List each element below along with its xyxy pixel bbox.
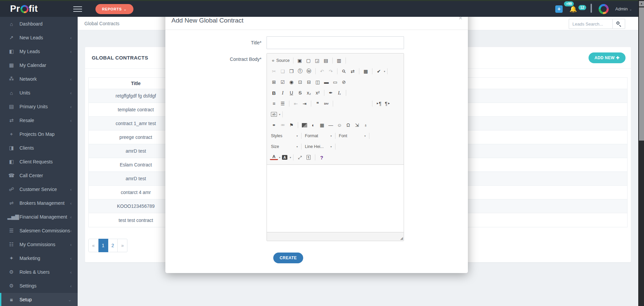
outdent-icon[interactable]: ⇤ [292, 100, 300, 108]
about-icon[interactable]: ? [318, 153, 326, 161]
align-justify-icon[interactable] [362, 100, 370, 108]
cut-icon[interactable]: ✂ [270, 67, 278, 75]
new-page-icon[interactable]: ▢ [305, 56, 313, 65]
paste-text-icon[interactable]: Ⓣ [296, 67, 304, 75]
bg-color-icon[interactable]: A [281, 153, 289, 161]
dropdown-caret-icon[interactable]: ▾ [384, 70, 385, 73]
select-all-icon[interactable]: ▩ [362, 67, 370, 75]
div-container-icon[interactable]: DIV [322, 100, 330, 108]
menu-toggle-icon[interactable] [73, 6, 82, 12]
pagination-next[interactable]: » [118, 239, 127, 252]
calendar-nav-icon[interactable] [591, 5, 592, 12]
copy-icon[interactable]: ❏ [279, 67, 287, 75]
link-icon[interactable]: ⚭ [270, 121, 278, 129]
select-field-icon[interactable]: ◫ [314, 78, 322, 86]
anchor-icon[interactable]: ⚑ [287, 121, 295, 129]
scroll-up-arrow-icon[interactable]: ▲ [639, 1, 644, 6]
source-label[interactable]: Source [276, 58, 290, 63]
bidi-ltr-icon[interactable]: ‣¶ [375, 100, 383, 108]
sidebar-item-my-calendar[interactable]: ▦My Calendar [0, 59, 78, 72]
text-color-icon[interactable]: A [270, 154, 278, 160]
underline-icon[interactable]: U [287, 89, 295, 97]
sidebar-item-clients[interactable]: ◨Clients [0, 141, 78, 155]
paste-icon[interactable]: ❒ [287, 67, 295, 75]
image-icon[interactable] [300, 121, 309, 129]
iframe-icon[interactable]: ♁ [362, 121, 370, 129]
leads-search-input[interactable] [569, 19, 612, 29]
redo-icon[interactable]: ↷ [327, 67, 335, 75]
editor-content-area[interactable] [267, 165, 404, 232]
sidebar-item-my-commissions[interactable]: ☷My Commissions‹ [0, 238, 78, 251]
subscript-icon[interactable]: x₂ [305, 89, 313, 97]
show-blocks-icon[interactable]: ¶ [305, 153, 313, 161]
blockquote-icon[interactable]: ❝ [314, 100, 322, 108]
image-button-icon[interactable]: ▭ [331, 78, 339, 86]
flash-icon[interactable]: ◐ [309, 121, 317, 129]
paste-word-icon[interactable]: Ⓦ [305, 67, 313, 75]
line-height-combo[interactable]: Line Hei...▾ [304, 144, 333, 149]
sidebar-item-projects-on-map[interactable]: ⌖Projects On Map [0, 127, 78, 141]
align-left-icon[interactable] [335, 100, 344, 108]
special-char-icon[interactable]: Ω [344, 121, 352, 129]
user-avatar[interactable] [599, 4, 609, 14]
leads-search-button[interactable] [612, 19, 625, 29]
align-right-icon[interactable] [353, 100, 361, 108]
source-icon[interactable]: ‹› [270, 56, 276, 65]
templates-icon[interactable]: ▥ [335, 56, 343, 65]
admin-menu[interactable]: Admin⌄ [615, 6, 632, 11]
strikethrough-icon[interactable]: S [296, 89, 304, 97]
preview-icon[interactable]: ◲ [313, 56, 321, 65]
format-combo[interactable]: Format▾ [304, 133, 333, 138]
font-combo[interactable]: Font▾ [337, 133, 367, 138]
checkbox-icon[interactable]: ☑ [279, 78, 287, 86]
table-icon[interactable]: ▦ [318, 121, 326, 129]
smiley-icon[interactable]: ☺ [335, 121, 344, 129]
sidebar-item-brokers-management[interactable]: ⇌Brokers Management‹ [0, 196, 78, 210]
reports-button[interactable]: REPORTS⌄ [95, 4, 133, 14]
page-break-icon[interactable]: ⇲ [353, 121, 361, 129]
sidebar-item-client-requests[interactable]: ◧Client Requests [0, 155, 78, 168]
align-center-icon[interactable] [344, 100, 352, 108]
create-button[interactable]: CREATE [273, 253, 303, 263]
pagination-page-1[interactable]: 1 [98, 239, 108, 252]
dropdown-caret-icon[interactable]: ▾ [279, 113, 280, 116]
notifications-bell-icon[interactable]: 🔔+99 [569, 5, 577, 13]
print-icon[interactable]: ▤ [322, 56, 330, 65]
pagination-page-2[interactable]: 2 [108, 239, 118, 252]
undo-icon[interactable]: ↶ [318, 67, 326, 75]
size-combo[interactable]: Size▾ [270, 144, 299, 149]
contract-title-input[interactable] [267, 36, 404, 49]
save-icon[interactable]: ▣ [296, 56, 304, 65]
page-scrollbar[interactable]: ▲ [638, 0, 644, 306]
sidebar-item-setup[interactable]: ≡Setup⌄ [0, 293, 78, 306]
profit-logo[interactable]: Pr fit [10, 4, 38, 14]
maximize-icon[interactable]: ⤢ [296, 153, 304, 161]
hidden-field-icon[interactable]: ⊘ [340, 78, 348, 86]
sidebar-item-units[interactable]: ⌂Units‹ [0, 86, 78, 100]
sidebar-item-financial-management[interactable]: ▂▅▇Financial Management‹ [0, 210, 78, 224]
scrollbar-thumb[interactable] [639, 7, 644, 141]
sidebar-item-customer-service[interactable]: ☍Customer Service‹ [0, 183, 78, 196]
bidi-rtl-icon[interactable]: ¶‣ [384, 100, 392, 108]
sidebar-item-salesmen-commissions[interactable]: ☰Salesmen Commissions‹ [0, 224, 78, 237]
dropdown-caret-icon[interactable]: ▾ [279, 156, 280, 159]
form-icon[interactable]: ⊞ [270, 78, 278, 86]
sidebar-item-primary-units[interactable]: ▤Primary Units‹ [0, 100, 78, 113]
sidebar-item-call-center[interactable]: ☎Call Center [0, 169, 78, 182]
dropdown-caret-icon[interactable]: ▾ [290, 156, 291, 159]
resize-grip-icon[interactable]: ◢ [400, 236, 403, 240]
radio-button-icon[interactable]: ◉ [287, 78, 295, 86]
spellcheck-icon[interactable]: ✔ [375, 67, 383, 75]
numbered-list-icon[interactable]: ≡ [270, 100, 278, 108]
pagination-prev[interactable]: « [88, 239, 98, 252]
sidebar-item-dashboard[interactable]: ⌂Dashboard [0, 17, 78, 31]
indent-icon[interactable]: ⇥ [300, 100, 309, 108]
sidebar-item-settings[interactable]: ⚙Settings‹ [0, 279, 78, 293]
button-icon[interactable]: ▬ [322, 78, 330, 86]
replace-icon[interactable]: ⇄ [349, 67, 357, 75]
textarea-icon[interactable]: ⊟ [305, 78, 313, 86]
add-new-button[interactable]: ADD NEW ✚ [589, 52, 626, 63]
sidebar-item-roles-users[interactable]: ⚙Roles & Users‹ [0, 265, 78, 279]
sidebar-item-my-leads[interactable]: ◧My Leads‹ [0, 45, 78, 58]
italic-icon[interactable]: I [279, 89, 287, 97]
